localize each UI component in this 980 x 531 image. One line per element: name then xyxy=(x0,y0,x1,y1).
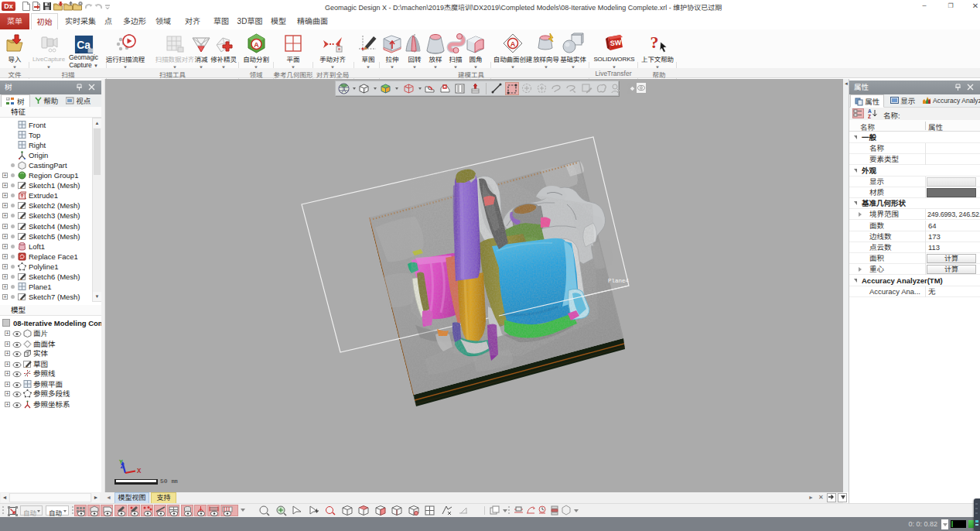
svg-text:SW: SW xyxy=(610,39,622,47)
svg-text:A: A xyxy=(510,40,516,48)
svg-text:Z: Z xyxy=(868,114,871,119)
svg-text:X: X xyxy=(137,468,142,475)
svg-text:A: A xyxy=(254,41,259,49)
svg-text:?: ? xyxy=(650,33,659,52)
